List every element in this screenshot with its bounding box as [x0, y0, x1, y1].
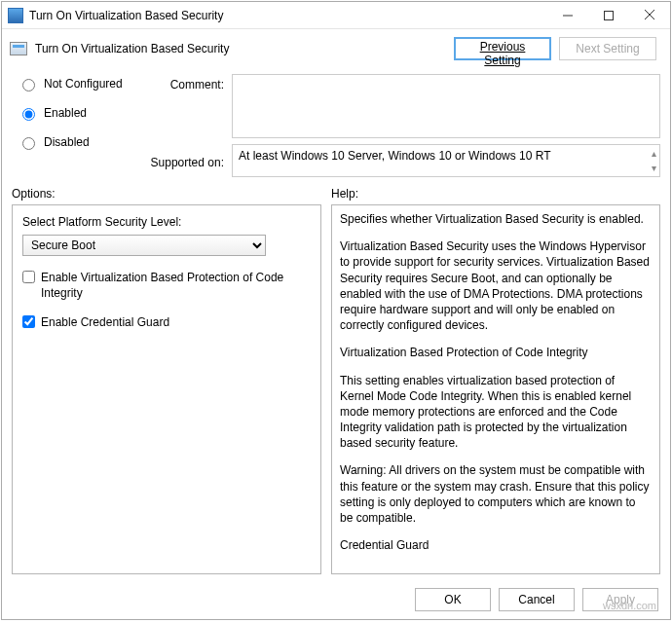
checkbox-credential-guard-label: Enable Credential Guard [41, 314, 169, 330]
supported-on-text: At least Windows 10 Server, Windows 10 o… [239, 149, 551, 163]
policy-header: Turn On Virtualization Based Security Pr… [2, 29, 670, 68]
comment-label: Comment: [144, 74, 232, 92]
window-title: Turn On Virtualization Based Security [29, 9, 547, 22]
checkbox-vbp-code-integrity-label: Enable Virtualization Based Protection o… [41, 270, 311, 301]
radio-disabled[interactable] [22, 137, 35, 150]
policy-title: Turn On Virtualization Based Security [35, 42, 229, 55]
help-text[interactable]: Specifies whether Virtualization Based S… [332, 205, 659, 573]
comment-textarea[interactable] [232, 74, 660, 138]
svg-rect-1 [605, 11, 614, 19]
state-radio-group: Not Configured Enabled Disabled [18, 74, 144, 150]
ok-button[interactable]: OK [415, 588, 491, 611]
radio-enabled-label: Enabled [44, 106, 87, 120]
help-panel: Specifies whether Virtualization Based S… [331, 204, 660, 574]
main-columns: Options: Select Platform Security Level:… [2, 181, 670, 580]
radio-enabled[interactable] [22, 108, 35, 121]
minimize-button[interactable] [547, 3, 588, 28]
help-para: Warning: All drivers on the system must … [340, 462, 652, 526]
titlebar: Turn On Virtualization Based Security [2, 2, 670, 29]
radio-not-configured[interactable] [22, 79, 35, 92]
app-icon [8, 8, 23, 23]
previous-setting-button[interactable]: Previous Setting [454, 37, 551, 60]
help-heading: Help: [331, 181, 660, 204]
help-para: Credential Guard [340, 537, 652, 553]
options-panel: Select Platform Security Level: Secure B… [12, 204, 321, 574]
options-column: Options: Select Platform Security Level:… [12, 181, 321, 574]
next-setting-button[interactable]: Next Setting [559, 37, 656, 60]
dialog-buttons: OK Cancel Apply [2, 580, 670, 619]
window-buttons [547, 3, 670, 28]
help-para: Virtualization Based Protection of Code … [340, 345, 652, 360]
checkbox-credential-guard[interactable] [22, 315, 35, 328]
close-button[interactable] [629, 3, 670, 28]
group-policy-dialog: Turn On Virtualization Based Security Tu… [1, 1, 671, 620]
help-para: Specifies whether Virtualization Based S… [340, 211, 652, 227]
apply-button[interactable]: Apply [582, 588, 658, 611]
radio-not-configured-label: Not Configured [44, 77, 123, 91]
checkbox-vbp-code-integrity[interactable] [22, 271, 35, 283]
help-para: Virtualization Based Security uses the W… [340, 238, 652, 333]
platform-security-select[interactable]: Secure Boot [22, 235, 266, 256]
help-para: This setting enables virtualization base… [340, 373, 652, 452]
upper-grid: Not Configured Enabled Disabled Comment:… [2, 68, 670, 181]
radio-disabled-label: Disabled [44, 135, 90, 149]
platform-security-label: Select Platform Security Level: [22, 215, 311, 229]
options-heading: Options: [12, 181, 321, 204]
maximize-button[interactable] [588, 3, 629, 28]
help-column: Help: Specifies whether Virtualization B… [331, 181, 660, 574]
scroll-down-icon[interactable]: ▾ [652, 163, 656, 173]
policy-icon [10, 42, 27, 55]
scroll-up-icon[interactable]: ▴ [652, 148, 656, 159]
supported-label: Supported on: [144, 152, 232, 169]
cancel-button[interactable]: Cancel [499, 588, 575, 611]
supported-on-box: At least Windows 10 Server, Windows 10 o… [232, 144, 660, 177]
